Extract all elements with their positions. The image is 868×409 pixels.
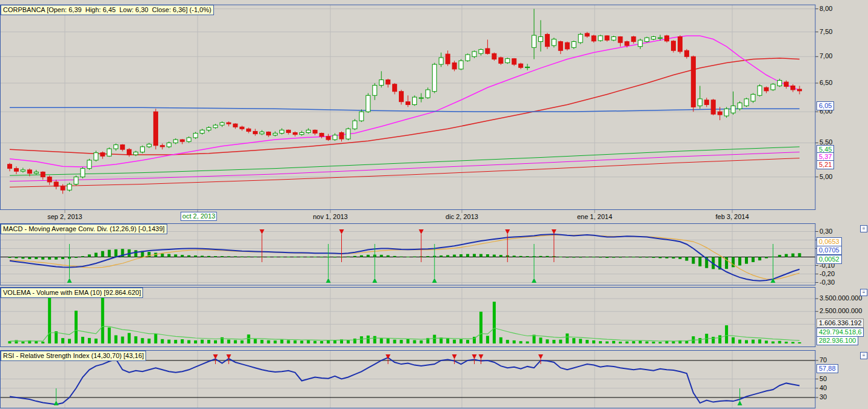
- macd-histogram-bar: [28, 257, 31, 260]
- macd-histogram-bar: [612, 257, 615, 258]
- candle: [167, 143, 171, 146]
- candle: [598, 36, 603, 41]
- macd-histogram-bar: [241, 257, 244, 257]
- macd-histogram-bar: [685, 257, 688, 261]
- volume-bar: [639, 340, 642, 343]
- macd-histogram-bar: [88, 254, 91, 257]
- macd-histogram-bar: [41, 257, 44, 260]
- macd-axis-label: -0,30: [820, 279, 835, 286]
- candle: [173, 140, 178, 143]
- candle: [704, 100, 709, 105]
- date-axis: [65, 210, 732, 213]
- macd-histogram-bar: [201, 255, 204, 257]
- volume-bar: [552, 340, 555, 343]
- volume-bar: [387, 339, 390, 343]
- macd-histogram-bar: [626, 257, 629, 257]
- macd-histogram-bar: [698, 257, 701, 266]
- volume-bar: [772, 342, 775, 343]
- candle: [379, 80, 384, 86]
- macd-value-callout: 0,0052: [816, 255, 842, 264]
- volume-bar: [128, 333, 131, 343]
- candle: [81, 169, 85, 177]
- macd-histogram-bar: [586, 257, 589, 257]
- volume-value-callout: 429.794.518,6: [816, 328, 864, 337]
- candle: [193, 134, 198, 138]
- macd-histogram-bar: [792, 254, 795, 257]
- volume-bar: [646, 342, 649, 343]
- candle: [784, 82, 789, 86]
- macd-histogram-bar: [293, 257, 296, 257]
- candle: [299, 133, 304, 135]
- candle: [512, 59, 516, 64]
- macd-signals: [67, 229, 776, 283]
- volume-bar: [287, 340, 290, 343]
- volume-bar: [254, 339, 257, 343]
- volume-bar: [241, 340, 244, 343]
- volume-bar: [261, 340, 264, 343]
- volume-bar: [320, 341, 323, 343]
- macd-histogram-bar: [752, 257, 755, 262]
- volume-bar: [373, 336, 376, 343]
- sell-signal-icon: [213, 354, 218, 359]
- volume-value-callout: 1.606.336.192: [816, 319, 864, 328]
- macd-histogram-bar: [413, 257, 416, 257]
- volume-bar: [499, 337, 502, 343]
- macd-axis-label: -0,20: [820, 270, 835, 278]
- candle: [479, 50, 483, 54]
- volume-bar: [147, 339, 150, 343]
- volume-bar: [307, 340, 310, 343]
- macd-histogram-bar: [479, 254, 482, 257]
- macd-histogram-bar: [75, 257, 78, 258]
- macd-histogram-bar: [101, 251, 104, 257]
- candle: [279, 130, 284, 133]
- candle: [247, 129, 251, 131]
- volume-bar: [174, 340, 177, 343]
- volume-bar: [659, 342, 662, 343]
- volume-bar: [792, 342, 795, 343]
- macd-histogram-bar: [347, 257, 350, 257]
- price-panel-header[interactable]: CORPBANCA [Open: 6,39 High: 6,45 Low: 6,…: [1, 5, 214, 15]
- volume-bar: [626, 342, 629, 343]
- volume-bar: [606, 342, 609, 343]
- volume-bar: [546, 339, 549, 343]
- volume-bar: [559, 340, 562, 343]
- candle: [605, 36, 609, 40]
- volume-panel-header[interactable]: VOLEMA - Volume with EMA (10) [92.864.62…: [1, 288, 143, 298]
- candle: [684, 50, 689, 56]
- date-label: sep 2, 2013: [47, 213, 82, 220]
- candle: [393, 84, 397, 92]
- macd-histogram-bar: [187, 255, 190, 257]
- candle: [114, 145, 118, 149]
- macd-histogram-bar: [307, 257, 310, 257]
- volume-bar: [453, 340, 456, 343]
- candle: [233, 124, 238, 127]
- chart-canvas[interactable]: [0, 0, 868, 409]
- candle: [439, 58, 443, 64]
- macd-panel-header[interactable]: MACD - Moving Average Conv. Div. (12,26,…: [1, 224, 167, 234]
- candle: [8, 164, 12, 169]
- panel-options-icon[interactable]: ≡: [860, 225, 867, 232]
- macd-histogram-bar: [367, 255, 370, 257]
- volume-bar: [738, 340, 741, 343]
- candle: [612, 37, 616, 41]
- volume-bar: [55, 331, 58, 343]
- price-value-callout: 6,05: [816, 101, 834, 110]
- sell-signal-icon: [452, 354, 457, 359]
- candle: [67, 184, 72, 191]
- macd-histogram-bar: [493, 255, 496, 257]
- candle: [578, 35, 583, 43]
- volume-bar: [61, 338, 64, 343]
- volume-bar: [433, 335, 436, 343]
- candle: [492, 53, 496, 59]
- rsi-panel-header[interactable]: RSI - Relative Strength Index (14,30,70)…: [1, 351, 146, 361]
- volume-bar: [732, 337, 735, 343]
- volume-bar: [400, 340, 403, 343]
- candle: [499, 58, 503, 63]
- sell-signal-icon: [478, 354, 483, 359]
- candle: [346, 129, 350, 139]
- panel-options-icon[interactable]: ≡: [860, 289, 867, 296]
- candle: [353, 121, 357, 129]
- volume-bar: [758, 339, 761, 343]
- panel-options-icon[interactable]: ≡: [860, 352, 867, 359]
- candle: [366, 95, 370, 112]
